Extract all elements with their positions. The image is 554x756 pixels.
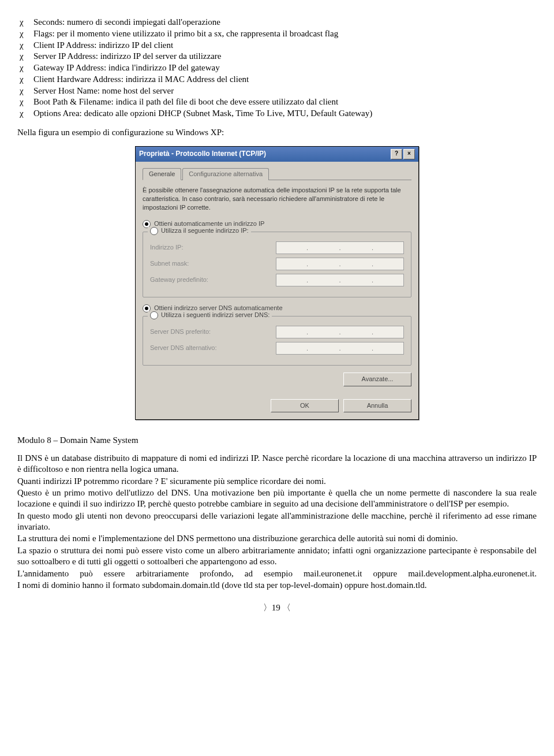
cancel-button[interactable]: Annulla <box>343 399 411 413</box>
help-button[interactable]: ? <box>391 149 402 159</box>
body-paragraph: L'annidamento può essere arbitrariamente… <box>17 568 537 579</box>
radio-label: Utilizza il seguente indirizzo IP: <box>161 227 249 235</box>
dns-alternate-input[interactable]: ... <box>276 342 404 355</box>
body-paragraph: In questo modo gli utenti non devono pre… <box>17 511 537 532</box>
tcpip-properties-dialog: Proprietà - Protocollo Internet (TCP/IP)… <box>135 146 419 420</box>
manual-ip-group: Utilizza il seguente indirizzo IP: Indir… <box>143 232 411 297</box>
manual-dns-group: Utilizza i seguenti indirizzi server DNS… <box>143 316 411 366</box>
ok-button[interactable]: OK <box>271 399 339 413</box>
dns-alternate-label: Server DNS alternativo: <box>150 344 217 352</box>
ip-address-label: Indirizzo IP: <box>150 244 183 252</box>
page-number: 〉19 〈 <box>17 602 537 613</box>
tabs: Generale Configurazione alternativa <box>143 167 411 181</box>
list-item: Gateway IP Address: indica l'indirizzo I… <box>17 62 537 73</box>
list-item: Options Area: dedicato alle opzioni DHCP… <box>17 108 537 119</box>
body-paragraph: I nomi di dominio hanno il formato subdo… <box>17 580 537 591</box>
figure-caption: Nella figura un esempio di configurazion… <box>17 127 537 138</box>
list-item: Client IP Address: indirizzo IP del clie… <box>17 40 537 51</box>
close-button[interactable]: × <box>403 149 415 159</box>
subnet-mask-label: Subnet mask: <box>150 260 189 268</box>
tab-alt-config[interactable]: Configurazione alternativa <box>182 168 269 181</box>
dns-preferred-input[interactable]: ... <box>276 326 404 338</box>
radio-manual-dns[interactable]: Utilizza i seguenti indirizzi server DNS… <box>148 311 272 319</box>
list-item: Flags: per il momento viene utilizzato i… <box>17 28 537 39</box>
dns-preferred-label: Server DNS preferito: <box>150 328 211 336</box>
radio-icon <box>150 227 158 235</box>
tab-general[interactable]: Generale <box>143 168 181 181</box>
list-item: Boot Path & Filename: indica il path del… <box>17 96 537 107</box>
list-item: Server IP Address: indirizzo IP del serv… <box>17 51 537 62</box>
titlebar: Proprietà - Protocollo Internet (TCP/IP)… <box>136 147 418 162</box>
list-item: Server Host Name: nome host del server <box>17 85 537 96</box>
radio-label: Utilizza i seguenti indirizzi server DNS… <box>161 311 269 319</box>
section-heading: Modulo 8 – Domain Name System <box>17 435 537 446</box>
radio-manual-ip[interactable]: Utilizza il seguente indirizzo IP: <box>148 227 251 235</box>
body-paragraph: La struttura dei nomi e l'implementazion… <box>17 533 537 544</box>
list-item: Seconds: numero di secondi impiegati dal… <box>17 17 537 28</box>
radio-icon <box>150 311 158 319</box>
gateway-input[interactable]: ... <box>276 274 404 286</box>
body-paragraph: Il DNS è un database distribuito di mapp… <box>17 453 537 475</box>
dialog-description: È possibile ottenere l'assegnazione auto… <box>143 186 411 212</box>
body-paragraph: Questo è un primo motivo dell'utlizzo de… <box>17 487 537 509</box>
advanced-button[interactable]: Avanzate... <box>343 373 411 386</box>
body-paragraph: La spazio o struttura dei nomi può esser… <box>17 545 537 567</box>
dialog-title: Proprietà - Protocollo Internet (TCP/IP) <box>139 150 266 158</box>
ip-address-input[interactable]: ... <box>276 241 404 254</box>
dhcp-fields-list: Seconds: numero di secondi impiegati dal… <box>17 17 537 119</box>
gateway-label: Gateway predefinito: <box>150 276 208 284</box>
list-item: Client Hardware Address: indirizza il MA… <box>17 74 537 85</box>
subnet-mask-input[interactable]: ... <box>276 258 404 270</box>
body-paragraph: Quanti indirizzi IP potremmo ricordare ?… <box>17 476 537 487</box>
